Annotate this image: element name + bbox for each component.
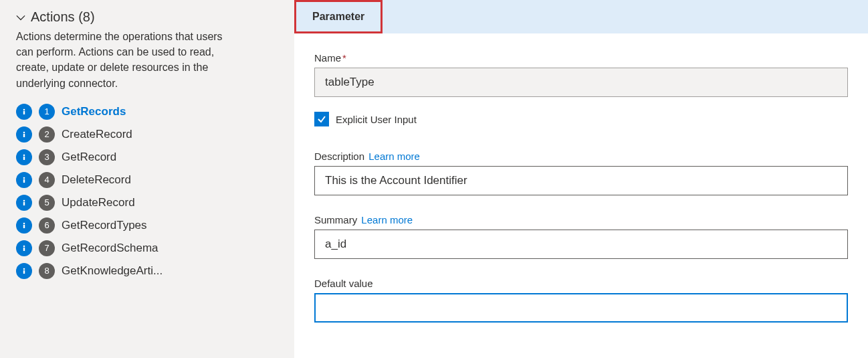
sidebar-action-createrecord[interactable]: 2 CreateRecord (16, 123, 278, 146)
action-label: GetKnowledgeArti... (62, 264, 162, 278)
tab-parameter[interactable]: Parameter (294, 0, 383, 33)
svg-rect-1 (23, 111, 25, 114)
default-value-input[interactable] (314, 293, 848, 323)
description-input[interactable] (314, 166, 848, 195)
svg-point-0 (23, 108, 25, 110)
name-row: Name* (314, 52, 848, 97)
sidebar-action-getrecordschema[interactable]: 7 GetRecordSchema (16, 237, 278, 260)
explicit-user-input-row: Explicit User Input (314, 112, 848, 126)
action-number-badge: 5 (39, 195, 55, 211)
svg-point-2 (23, 131, 25, 133)
info-icon (16, 240, 32, 256)
action-label: GetRecordSchema (62, 242, 158, 255)
actions-section-header[interactable]: Actions (8) (16, 9, 278, 25)
chevron-down-icon (16, 13, 25, 22)
description-learn-more-link[interactable]: Learn more (368, 151, 420, 162)
action-label: CreateRecord (62, 128, 132, 141)
info-icon (16, 172, 32, 188)
explicit-user-input-checkbox[interactable] (314, 112, 329, 126)
action-label: GetRecordTypes (62, 219, 147, 232)
sidebar-action-updaterecord[interactable]: 5 UpdateRecord (16, 191, 278, 214)
actions-title: Actions (8) (31, 9, 95, 25)
svg-rect-7 (23, 179, 25, 183)
form-area: Name* Explicit User Input Description Le… (294, 33, 868, 358)
tab-bar: Parameter (294, 0, 868, 33)
info-icon (16, 104, 32, 120)
info-icon (16, 126, 32, 143)
action-number-badge: 1 (39, 104, 55, 120)
svg-rect-9 (23, 202, 25, 205)
action-label: GetRecords (62, 105, 126, 118)
svg-point-8 (23, 199, 25, 201)
svg-rect-13 (23, 248, 25, 251)
svg-rect-3 (23, 134, 25, 137)
required-star: * (342, 52, 346, 64)
description-label: Description Learn more (314, 151, 848, 162)
info-icon (16, 217, 32, 234)
name-label: Name* (314, 52, 848, 64)
description-row: Description Learn more (314, 151, 848, 195)
checkmark-icon (317, 114, 326, 124)
svg-rect-5 (23, 157, 25, 160)
action-label: UpdateRecord (62, 196, 135, 209)
action-number-badge: 3 (39, 149, 55, 165)
action-label: DeleteRecord (62, 173, 131, 187)
name-input[interactable] (314, 68, 848, 97)
sidebar-action-getknowledgearti[interactable]: 8 GetKnowledgeArti... (16, 260, 278, 282)
svg-point-10 (23, 222, 25, 224)
sidebar-action-getrecordtypes[interactable]: 6 GetRecordTypes (16, 214, 278, 237)
actions-list: 1 GetRecords 2 CreateRecord 3 GetRecord … (16, 100, 278, 282)
summary-input[interactable] (314, 230, 848, 259)
svg-rect-11 (23, 225, 25, 228)
svg-rect-15 (23, 270, 25, 274)
sidebar-action-getrecord[interactable]: 3 GetRecord (16, 146, 278, 169)
actions-description: Actions determine the operations that us… (16, 29, 223, 91)
action-number-badge: 8 (39, 263, 55, 279)
action-label: GetRecord (62, 151, 116, 164)
info-icon (16, 195, 32, 211)
summary-row: Summary Learn more (314, 214, 848, 259)
sidebar-action-deleterecord[interactable]: 4 DeleteRecord (16, 169, 278, 191)
actions-sidebar: Actions (8) Actions determine the operat… (0, 0, 294, 358)
summary-label: Summary Learn more (314, 214, 848, 226)
tab-parameter-label: Parameter (312, 11, 364, 23)
svg-point-6 (23, 177, 25, 179)
default-value-label: Default value (314, 278, 848, 289)
action-number-badge: 4 (39, 172, 55, 188)
info-icon (16, 149, 32, 165)
sidebar-action-getrecords[interactable]: 1 GetRecords (16, 100, 278, 123)
explicit-user-input-label: Explicit User Input (336, 114, 417, 125)
main-panel: Parameter Name* Explicit User Input Desc… (294, 0, 868, 358)
action-number-badge: 7 (39, 240, 55, 256)
svg-point-14 (23, 268, 25, 270)
action-number-badge: 6 (39, 217, 55, 234)
svg-point-4 (23, 154, 25, 156)
info-icon (16, 263, 32, 279)
action-number-badge: 2 (39, 126, 55, 143)
summary-learn-more-link[interactable]: Learn more (361, 214, 413, 226)
svg-point-12 (23, 245, 25, 247)
default-value-row: Default value (314, 278, 848, 323)
